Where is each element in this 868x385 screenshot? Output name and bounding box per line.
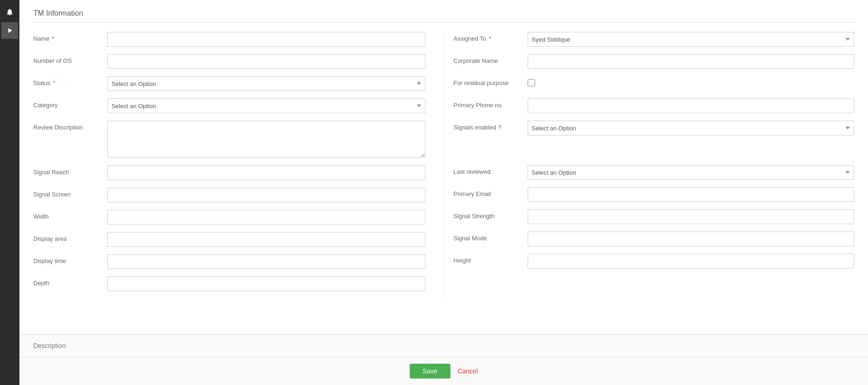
signal-strength-control [528, 209, 855, 224]
signals-enabled-select[interactable]: Select an Option [528, 121, 855, 135]
signal-mode-label: Signal Mode [454, 232, 528, 243]
number-of-os-control [107, 54, 425, 69]
assigned-to-select[interactable]: Syed Siddique [528, 32, 855, 47]
main-content: TM Information Name * Number of OS [19, 0, 868, 385]
signal-mode-control [528, 232, 855, 246]
category-row: Category Select an Option [33, 98, 425, 114]
corporate-name-row: Corporate Name [454, 54, 855, 70]
name-label: Name * [33, 32, 107, 43]
height-row: Height [454, 254, 855, 269]
residual-purpose-checkbox-wrapper [528, 76, 855, 86]
primary-email-input[interactable] [528, 187, 855, 202]
signal-strength-row: Signal Strength [454, 209, 855, 225]
primary-phone-control [528, 98, 855, 113]
name-input[interactable] [107, 32, 425, 47]
footer: Save Cancel [19, 357, 868, 385]
display-time-control [107, 254, 425, 269]
signal-reach-row: Signal Reach [33, 165, 425, 181]
primary-phone-row: Primary Phone no. [454, 98, 855, 114]
display-area-control [107, 232, 425, 247]
signal-strength-input[interactable] [528, 209, 855, 224]
display-area-input[interactable] [107, 232, 425, 247]
review-description-row: Review Discription [33, 121, 425, 159]
width-row: Width [33, 210, 425, 226]
sidebar [0, 0, 19, 385]
assigned-to-label: Assigned To * [454, 32, 528, 43]
description-section: Description [19, 334, 868, 357]
primary-email-label: Primary Email [454, 187, 528, 198]
status-row: Status * Select an Option [33, 76, 425, 92]
signal-screen-input[interactable] [107, 188, 425, 202]
display-area-label: Display area [33, 232, 107, 243]
corporate-name-input[interactable] [528, 54, 855, 69]
residual-purpose-checkbox[interactable] [528, 79, 535, 86]
notification-icon[interactable] [1, 4, 18, 20]
last-reviewed-select[interactable]: Select an Option [528, 165, 855, 180]
depth-input[interactable] [107, 276, 425, 291]
width-input[interactable] [107, 210, 425, 225]
review-description-textarea[interactable] [107, 121, 425, 158]
status-required: * [53, 79, 55, 86]
category-control: Select an Option [107, 98, 425, 113]
width-label: Width [33, 210, 107, 221]
signal-reach-control [107, 165, 425, 180]
assigned-to-control: Syed Siddique [528, 32, 855, 47]
primary-phone-input[interactable] [528, 98, 855, 113]
last-reviewed-control: Select an Option [528, 165, 855, 180]
display-time-input[interactable] [107, 254, 425, 269]
spacer-row [454, 143, 855, 159]
category-select[interactable]: Select an Option [107, 98, 425, 113]
number-of-os-input[interactable] [107, 54, 425, 69]
signal-mode-input[interactable] [528, 232, 855, 246]
right-column: Assigned To * Syed Siddique Corporate Na… [444, 32, 855, 299]
assigned-to-required: * [489, 35, 491, 42]
residual-purpose-control [528, 76, 855, 86]
name-control [107, 32, 425, 47]
depth-row: Depth [33, 276, 425, 292]
name-required: * [52, 35, 54, 42]
left-column: Name * Number of OS Status * [33, 32, 444, 299]
residual-purpose-row: For residual purpose [454, 76, 855, 92]
section-title: TM Information [33, 9, 854, 23]
form-wrapper: TM Information Name * Number of OS [19, 0, 868, 334]
signals-enabled-row: Signals enabled ? Select an Option [454, 121, 855, 136]
corporate-name-label: Corporate Name [454, 54, 528, 65]
review-description-label: Review Discription [33, 121, 107, 132]
height-control [528, 254, 855, 269]
play-icon[interactable] [1, 22, 18, 39]
signal-screen-control [107, 188, 425, 202]
last-reviewed-row: Last reviewed Select an Option [454, 165, 855, 181]
name-row: Name * [33, 32, 425, 48]
signal-reach-input[interactable] [107, 165, 425, 180]
width-control [107, 210, 425, 225]
status-control: Select an Option [107, 76, 425, 91]
height-input[interactable] [528, 254, 855, 269]
form-grid: Name * Number of OS Status * [33, 32, 854, 299]
review-description-control [107, 121, 425, 159]
height-label: Height [454, 254, 528, 265]
assigned-to-row: Assigned To * Syed Siddique [454, 32, 855, 48]
residual-purpose-label: For residual purpose [454, 76, 528, 87]
number-of-os-row: Number of OS [33, 54, 425, 70]
display-time-row: Display time [33, 254, 425, 270]
last-reviewed-label: Last reviewed [454, 165, 528, 176]
primary-phone-label: Primary Phone no. [454, 98, 528, 110]
signals-enabled-label: Signals enabled ? [454, 121, 528, 132]
depth-label: Depth [33, 276, 107, 287]
display-area-row: Display area [33, 232, 425, 248]
primary-email-control [528, 187, 855, 202]
number-of-os-label: Number of OS [33, 54, 107, 65]
signal-reach-label: Signal Reach [33, 165, 107, 177]
primary-email-row: Primary Email [454, 187, 855, 203]
signal-strength-label: Signal Strength [454, 209, 528, 220]
status-select[interactable]: Select an Option [107, 76, 425, 91]
signal-screen-row: Signal Screen [33, 188, 425, 203]
cancel-button[interactable]: Cancel [458, 367, 478, 375]
display-time-label: Display time [33, 254, 107, 265]
signals-enabled-control: Select an Option [528, 121, 855, 135]
save-button[interactable]: Save [410, 364, 450, 379]
status-label: Status * [33, 76, 107, 87]
depth-control [107, 276, 425, 291]
signal-mode-row: Signal Mode [454, 232, 855, 247]
signal-screen-label: Signal Screen [33, 188, 107, 199]
